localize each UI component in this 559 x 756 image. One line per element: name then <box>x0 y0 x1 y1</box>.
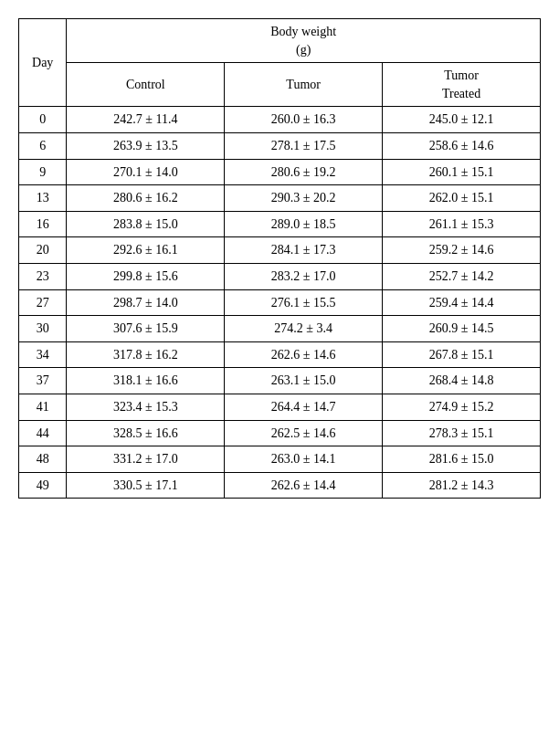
day-cell: 20 <box>19 237 67 264</box>
control-cell: 318.1 ± 16.6 <box>67 368 225 394</box>
treated-cell: 278.3 ± 15.1 <box>383 420 541 446</box>
day-cell: 49 <box>19 472 67 499</box>
treated-cell: 274.9 ± 15.2 <box>383 394 541 420</box>
treated-cell: 252.7 ± 14.2 <box>383 263 541 289</box>
control-cell: 328.5 ± 16.6 <box>67 420 225 446</box>
day-header: Day <box>19 19 67 107</box>
control-cell: 283.8 ± 15.0 <box>67 211 225 237</box>
day-cell: 13 <box>19 185 67 212</box>
day-cell: 23 <box>19 263 67 289</box>
day-cell: 0 <box>19 107 67 133</box>
table-row: 13280.6 ± 16.2290.3 ± 20.2262.0 ± 15.1 <box>19 185 541 212</box>
table-row: 30307.6 ± 15.9274.2 ± 3.4260.9 ± 14.5 <box>19 316 541 342</box>
body-weight-header: Body weight (g) <box>67 19 541 63</box>
control-cell: 331.2 ± 17.0 <box>67 446 225 473</box>
treated-header: Tumor Treated <box>383 63 541 107</box>
treated-cell: 262.0 ± 15.1 <box>383 185 541 212</box>
treated-cell: 281.6 ± 15.0 <box>383 446 541 473</box>
treated-line1: Tumor <box>444 68 479 82</box>
table-row: 0242.7 ± 11.4260.0 ± 16.3245.0 ± 12.1 <box>19 107 541 133</box>
control-cell: 317.8 ± 16.2 <box>67 341 225 368</box>
table-row: 49330.5 ± 17.1262.6 ± 14.4281.2 ± 14.3 <box>19 472 541 499</box>
tumor-cell: 283.2 ± 17.0 <box>225 263 383 289</box>
tumor-cell: 289.0 ± 18.5 <box>225 211 383 237</box>
control-cell: 263.9 ± 13.5 <box>67 132 225 159</box>
day-cell: 27 <box>19 289 67 316</box>
day-cell: 9 <box>19 159 67 185</box>
control-cell: 299.8 ± 15.6 <box>67 263 225 289</box>
day-cell: 37 <box>19 368 67 394</box>
day-cell: 34 <box>19 341 67 368</box>
day-cell: 44 <box>19 420 67 446</box>
tumor-cell: 262.6 ± 14.4 <box>225 472 383 499</box>
day-cell: 6 <box>19 132 67 159</box>
tumor-cell: 262.6 ± 14.6 <box>225 341 383 368</box>
table-row: 34317.8 ± 16.2262.6 ± 14.6267.8 ± 15.1 <box>19 341 541 368</box>
table-wrapper: Day Body weight (g) Control Tumor Tumor … <box>18 18 541 499</box>
control-cell: 280.6 ± 16.2 <box>67 185 225 212</box>
day-cell: 30 <box>19 316 67 342</box>
treated-cell: 259.4 ± 14.4 <box>383 289 541 316</box>
table-row: 20292.6 ± 16.1284.1 ± 17.3259.2 ± 14.6 <box>19 237 541 264</box>
treated-cell: 260.9 ± 14.5 <box>383 316 541 342</box>
table-row: 6263.9 ± 13.5278.1 ± 17.5258.6 ± 14.6 <box>19 132 541 159</box>
treated-line2: Treated <box>442 87 480 100</box>
treated-cell: 260.1 ± 15.1 <box>383 159 541 185</box>
body-weight-unit: (g) <box>296 43 311 57</box>
tumor-cell: 278.1 ± 17.5 <box>225 132 383 159</box>
treated-cell: 261.1 ± 15.3 <box>383 211 541 237</box>
treated-cell: 281.2 ± 14.3 <box>383 472 541 499</box>
control-cell: 307.6 ± 15.9 <box>67 316 225 342</box>
tumor-header: Tumor <box>225 63 383 107</box>
table-row: 27298.7 ± 14.0276.1 ± 15.5259.4 ± 14.4 <box>19 289 541 316</box>
table-row: 48331.2 ± 17.0263.0 ± 14.1281.6 ± 15.0 <box>19 446 541 473</box>
tumor-cell: 260.0 ± 16.3 <box>225 107 383 133</box>
treated-cell: 268.4 ± 14.8 <box>383 368 541 394</box>
tumor-cell: 280.6 ± 19.2 <box>225 159 383 185</box>
table-row: 9270.1 ± 14.0280.6 ± 19.2260.1 ± 15.1 <box>19 159 541 185</box>
tumor-cell: 290.3 ± 20.2 <box>225 185 383 212</box>
tumor-cell: 264.4 ± 14.7 <box>225 394 383 420</box>
control-header: Control <box>67 63 225 107</box>
day-cell: 48 <box>19 446 67 473</box>
treated-cell: 258.6 ± 14.6 <box>383 132 541 159</box>
table-row: 23299.8 ± 15.6283.2 ± 17.0252.7 ± 14.2 <box>19 263 541 289</box>
control-cell: 270.1 ± 14.0 <box>67 159 225 185</box>
control-cell: 292.6 ± 16.1 <box>67 237 225 264</box>
table-row: 41323.4 ± 15.3264.4 ± 14.7274.9 ± 15.2 <box>19 394 541 420</box>
day-cell: 16 <box>19 211 67 237</box>
tumor-cell: 263.0 ± 14.1 <box>225 446 383 473</box>
body-weight-table: Day Body weight (g) Control Tumor Tumor … <box>18 18 541 499</box>
tumor-cell: 262.5 ± 14.6 <box>225 420 383 446</box>
tumor-cell: 284.1 ± 17.3 <box>225 237 383 264</box>
table-row: 37318.1 ± 16.6263.1 ± 15.0268.4 ± 14.8 <box>19 368 541 394</box>
tumor-cell: 276.1 ± 15.5 <box>225 289 383 316</box>
day-cell: 41 <box>19 394 67 420</box>
treated-cell: 267.8 ± 15.1 <box>383 341 541 368</box>
control-cell: 298.7 ± 14.0 <box>67 289 225 316</box>
body-weight-label: Body weight <box>270 25 336 38</box>
control-cell: 323.4 ± 15.3 <box>67 394 225 420</box>
table-row: 16283.8 ± 15.0289.0 ± 18.5261.1 ± 15.3 <box>19 211 541 237</box>
control-cell: 330.5 ± 17.1 <box>67 472 225 499</box>
control-cell: 242.7 ± 11.4 <box>67 107 225 133</box>
treated-cell: 245.0 ± 12.1 <box>383 107 541 133</box>
table-row: 44328.5 ± 16.6262.5 ± 14.6278.3 ± 15.1 <box>19 420 541 446</box>
tumor-cell: 274.2 ± 3.4 <box>225 316 383 342</box>
tumor-cell: 263.1 ± 15.0 <box>225 368 383 394</box>
treated-cell: 259.2 ± 14.6 <box>383 237 541 264</box>
